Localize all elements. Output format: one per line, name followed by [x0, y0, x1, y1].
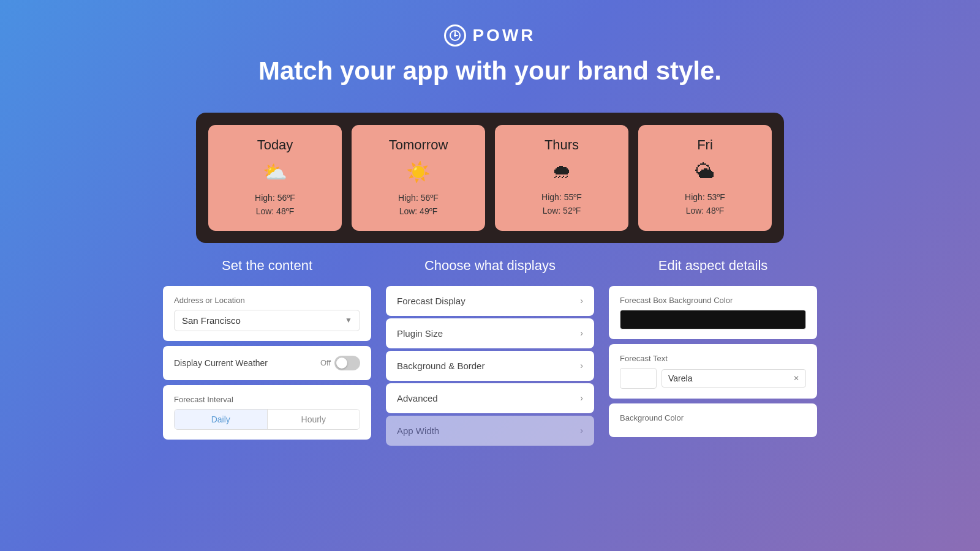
- weather-icon: 🌧: [505, 160, 619, 183]
- toggle-off-text: Off: [320, 358, 331, 367]
- font-color-box[interactable]: [620, 368, 657, 389]
- weather-card: Thurs 🌧 High: 55ºFLow: 52ºF: [495, 125, 628, 231]
- menu-item[interactable]: App Width ›: [386, 416, 594, 446]
- tagline: Match your app with your brand style.: [12, 56, 968, 86]
- sections-container: Set the content Address or Location San …: [0, 258, 980, 448]
- address-card: Address or Location San Francisco ▼: [163, 286, 371, 341]
- weather-icon: ☀️: [361, 160, 475, 184]
- menu-item-label: Advanced: [397, 393, 438, 403]
- menu-item-label: App Width: [397, 425, 439, 436]
- weather-day: Fri: [648, 137, 762, 153]
- forecast-text-card: Forecast Text Varela ✕: [609, 344, 817, 399]
- logo-icon: [444, 24, 466, 47]
- interval-buttons: Daily Hourly: [174, 409, 360, 430]
- interval-label: Forecast Interval: [174, 395, 360, 404]
- menu-item[interactable]: Plugin Size ›: [386, 318, 594, 348]
- menu-item-label: Plugin Size: [397, 328, 443, 339]
- logo: POWR: [12, 24, 968, 47]
- menu-items-list: Forecast Display › Plugin Size › Backgro…: [386, 286, 594, 446]
- logo-text: POWR: [472, 26, 535, 45]
- chevron-right-icon: ›: [580, 425, 583, 435]
- address-dropdown[interactable]: San Francisco ▼: [174, 310, 360, 331]
- section-middle-title: Choose what displays: [386, 258, 594, 274]
- address-label: Address or Location: [174, 296, 360, 305]
- display-weather-toggle[interactable]: [334, 356, 360, 370]
- chevron-right-icon: ›: [580, 393, 583, 403]
- weather-card: Tomorrow ☀️ High: 56ºFLow: 49ºF: [352, 125, 485, 231]
- font-remove-icon[interactable]: ✕: [793, 374, 799, 383]
- toggle-thumb: [336, 358, 347, 369]
- weather-temps: High: 56ºFLow: 49ºF: [361, 191, 475, 219]
- menu-item[interactable]: Advanced ›: [386, 383, 594, 413]
- header: POWR Match your app with your brand styl…: [0, 0, 980, 98]
- display-weather-label: Display Current Weather: [174, 358, 268, 368]
- interval-daily-button[interactable]: Daily: [175, 410, 268, 429]
- font-selector: Varela ✕: [620, 368, 806, 389]
- section-right-title: Edit aspect details: [609, 258, 817, 274]
- bg-color-swatch[interactable]: [620, 310, 806, 329]
- weather-day: Today: [218, 137, 332, 153]
- menu-item[interactable]: Background & Border ›: [386, 351, 594, 381]
- interval-card: Forecast Interval Daily Hourly: [163, 385, 371, 440]
- weather-temps: High: 55ºFLow: 52ºF: [505, 190, 619, 218]
- menu-item-label: Background & Border: [397, 361, 484, 371]
- toggle-row: Display Current Weather Off: [174, 356, 360, 370]
- section-right: Edit aspect details Forecast Box Backgro…: [609, 258, 817, 448]
- weather-card: Today ⛅ High: 56ºFLow: 48ºF: [208, 125, 342, 231]
- toggle-container: Off: [320, 356, 360, 370]
- menu-item-label: Forecast Display: [397, 296, 466, 306]
- weather-day: Tomorrow: [361, 137, 475, 153]
- display-weather-card: Display Current Weather Off: [163, 346, 371, 380]
- interval-hourly-button[interactable]: Hourly: [268, 410, 360, 429]
- dropdown-arrow-icon: ▼: [345, 316, 352, 324]
- weather-day: Thurs: [505, 137, 619, 153]
- forecast-text-label: Forecast Text: [620, 354, 806, 363]
- weather-icon: ⛅: [218, 160, 332, 184]
- weather-icon: 🌥: [648, 160, 762, 183]
- chevron-right-icon: ›: [580, 361, 583, 370]
- weather-temps: High: 56ºFLow: 48ºF: [218, 191, 332, 219]
- chevron-right-icon: ›: [580, 328, 583, 338]
- svg-point-1: [454, 34, 456, 37]
- section-left-title: Set the content: [163, 258, 371, 274]
- weather-temps: High: 53ºFLow: 48ºF: [648, 190, 762, 218]
- weather-preview: Today ⛅ High: 56ºFLow: 48ºF Tomorrow ☀️ …: [0, 113, 980, 243]
- chevron-right-icon: ›: [580, 296, 583, 305]
- section-left: Set the content Address or Location San …: [163, 258, 371, 448]
- font-tag[interactable]: Varela ✕: [662, 369, 806, 388]
- menu-item[interactable]: Forecast Display ›: [386, 286, 594, 316]
- font-name: Varela: [668, 373, 692, 383]
- section-middle: Choose what displays Forecast Display › …: [386, 258, 594, 448]
- weather-card: Fri 🌥 High: 53ºFLow: 48ºF: [638, 125, 772, 231]
- bg-color-card: Forecast Box Background Color: [609, 286, 817, 339]
- bg-color2-card: Background Color: [609, 403, 817, 437]
- bg-color-label: Forecast Box Background Color: [620, 296, 806, 305]
- bg-color2-label: Background Color: [620, 413, 806, 422]
- address-value: San Francisco: [182, 315, 241, 326]
- weather-widget: Today ⛅ High: 56ºFLow: 48ºF Tomorrow ☀️ …: [196, 113, 784, 243]
